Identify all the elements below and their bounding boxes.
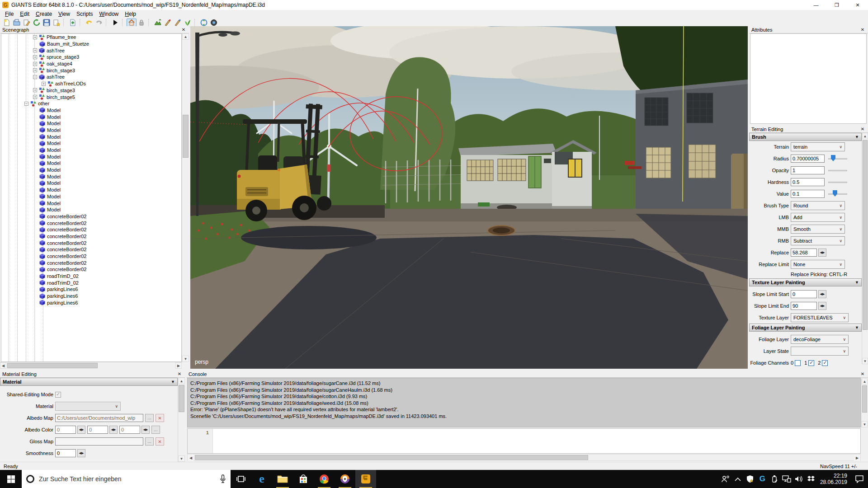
scenegraph-node-Model[interactable]: Model	[1, 113, 181, 120]
foliage-layer-section-header[interactable]: Foliage Layer Painting▼	[749, 324, 862, 332]
foliage-channel-2-checkbox[interactable]	[822, 360, 828, 366]
foliage-channel-1-checkbox[interactable]	[808, 360, 814, 366]
chrome-icon[interactable]	[314, 470, 335, 488]
minimize-button[interactable]: —	[806, 0, 826, 10]
scenegraph-node-ashTree[interactable]: −ashTree	[1, 74, 181, 80]
texture-layer-select[interactable]: FORESTLEAVES∨	[791, 313, 849, 322]
console-close-icon[interactable]: ✕	[859, 371, 866, 376]
scenegraph-horizontal-scrollbar[interactable]: ◀ ▶	[0, 362, 182, 369]
network-icon[interactable]	[781, 470, 793, 488]
redo-icon[interactable]	[94, 19, 104, 27]
lmb-select[interactable]: Add∨	[791, 213, 845, 222]
start-button[interactable]	[0, 470, 22, 488]
opacity-slider[interactable]	[828, 166, 847, 174]
close-button[interactable]: ✕	[847, 0, 868, 10]
scenegraph-node-parkingLines6[interactable]: parkingLines6	[1, 293, 181, 300]
slope-limit-end-input[interactable]: 90	[791, 302, 817, 310]
defender-icon[interactable]	[744, 470, 756, 488]
giants-editor-icon[interactable]	[355, 470, 376, 488]
shared-editing-checkbox[interactable]	[55, 392, 61, 398]
scenegraph-node-concreteBorder02[interactable]: concreteBorder02	[1, 233, 181, 240]
store-icon[interactable]	[293, 470, 314, 488]
menu-help[interactable]: Help	[122, 10, 139, 18]
scenegraph-node-birch_stage3[interactable]: +birch_stage3	[1, 67, 181, 74]
scenegraph-node-Model[interactable]: Model	[1, 127, 181, 134]
albedo-color-r-spinner[interactable]: ◀▶	[77, 426, 85, 434]
scenegraph-node-Model[interactable]: Model	[1, 167, 181, 174]
expand-icon[interactable]: +	[33, 88, 37, 92]
open-file-icon[interactable]	[12, 19, 22, 27]
menu-window[interactable]: Window	[96, 10, 122, 18]
texture-layer-section-header[interactable]: Texture Layer Painting▼	[749, 278, 862, 286]
save-icon[interactable]	[42, 19, 52, 27]
albedo-color-g-spinner[interactable]: ◀▶	[109, 426, 118, 434]
material-editing-close-icon[interactable]: ✕	[176, 371, 183, 376]
scenegraph-node-concreteBorder02[interactable]: concreteBorder02	[1, 246, 181, 253]
hardness-slider[interactable]	[828, 178, 847, 186]
scenegraph-node-concreteBorder02[interactable]: concreteBorder02	[1, 220, 181, 226]
expand-icon[interactable]: +	[33, 68, 37, 72]
scenegraph-node-Model[interactable]: Model	[1, 206, 181, 213]
scenegraph-node-spruce_stage3[interactable]: +spruce_stage3	[1, 54, 181, 61]
taskbar-search-input[interactable]: Zur Suche Text hier eingeben	[22, 470, 231, 488]
scenegraph-node-Pflaume_tree[interactable]: +Pflaume_tree	[1, 34, 181, 41]
dropbox-icon[interactable]	[805, 470, 817, 488]
material-section-header[interactable]: Material▼	[0, 378, 178, 386]
brush-type-select[interactable]: Round∨	[791, 201, 845, 210]
scenegraph-node-roadTrimD_02[interactable]: roadTrimD_02	[1, 273, 181, 280]
scenegraph-node-Model[interactable]: Model	[1, 160, 181, 167]
rmb-select[interactable]: Subtract∨	[791, 236, 845, 245]
albedo-color-b-input[interactable]: 0	[119, 426, 140, 434]
menu-view[interactable]: View	[55, 10, 73, 18]
scenegraph-node-Baum_mit_Stuetze[interactable]: Baum_mit_Stuetze	[1, 41, 181, 47]
collapse-icon[interactable]: −	[24, 102, 28, 106]
menu-file[interactable]: File	[2, 10, 17, 18]
layer-state-select[interactable]: ∨	[791, 347, 849, 356]
scenegraph-node-ashTreeLODs[interactable]: +ashTreeLODs	[1, 80, 181, 87]
import-icon[interactable]	[68, 19, 78, 27]
material-select[interactable]: ∨	[55, 402, 121, 411]
terrain-vertical-scrollbar[interactable]: ▲ ▼	[862, 133, 868, 364]
expand-icon[interactable]: +	[33, 48, 37, 52]
home-icon[interactable]	[127, 19, 137, 27]
reload-icon[interactable]	[32, 19, 42, 27]
scenegraph-node-concreteBorder02[interactable]: concreteBorder02	[1, 213, 181, 220]
gloss-map-clear-icon[interactable]: ✕	[156, 437, 164, 446]
radius-input[interactable]: 0.70000005	[791, 155, 825, 163]
chevron-up-icon[interactable]	[732, 470, 744, 488]
restore-button[interactable]: ❐	[826, 0, 847, 10]
replace-limit-select[interactable]: None∨	[791, 260, 845, 269]
mmb-select[interactable]: Smooth∨	[791, 225, 845, 234]
scenegraph-node-Model[interactable]: Model	[1, 147, 181, 154]
viewport-3d[interactable]: persp	[190, 26, 748, 369]
edit-scene-icon[interactable]	[22, 19, 32, 27]
lock-icon[interactable]	[137, 19, 146, 27]
scenegraph-node-Model[interactable]: Model	[1, 187, 181, 193]
scenegraph-node-Model[interactable]: Model	[1, 193, 181, 200]
console-log[interactable]: C:/Program Files (x86)/Farming Simulator…	[187, 378, 861, 427]
slope-limit-start-input[interactable]: 0	[791, 290, 817, 298]
gloss-map-input[interactable]	[55, 437, 143, 446]
replace-spinner[interactable]: ◀▶	[818, 249, 826, 257]
replace-input[interactable]: 58.268	[791, 249, 817, 257]
scenegraph-node-parkingLines6[interactable]: parkingLines6	[1, 286, 181, 293]
brush-section-header[interactable]: Brush▼	[749, 133, 862, 141]
menu-edit[interactable]: Edit	[17, 10, 33, 18]
microphone-icon[interactable]	[220, 474, 226, 483]
new-file-icon[interactable]	[2, 19, 12, 27]
scenegraph-node-birch_stage5[interactable]: +birch_stage5	[1, 94, 181, 100]
scenegraph-node-concreteBorder02[interactable]: concreteBorder02	[1, 266, 181, 273]
terrain-paint-icon[interactable]	[163, 19, 173, 27]
value-input[interactable]: 0.1	[791, 190, 825, 198]
scenegraph-node-Model[interactable]: Model	[1, 140, 181, 147]
slope-start-spinner[interactable]: ◀▶	[818, 290, 826, 298]
albedo-map-clear-icon[interactable]: ✕	[156, 414, 164, 422]
albedo-map-browse-button[interactable]: …	[145, 414, 154, 422]
console-horizontal-scrollbar[interactable]: ◀ ▶	[187, 454, 861, 461]
radius-slider[interactable]	[828, 155, 847, 163]
albedo-color-b-spinner[interactable]: ◀▶	[142, 426, 150, 434]
scenegraph-node-concreteBorder02[interactable]: concreteBorder02	[1, 239, 181, 246]
gloss-map-browse-button[interactable]: …	[145, 437, 154, 446]
opacity-input[interactable]: 1	[791, 166, 825, 174]
scenegraph-node-oak_stage4[interactable]: +oak_stage4	[1, 61, 181, 67]
